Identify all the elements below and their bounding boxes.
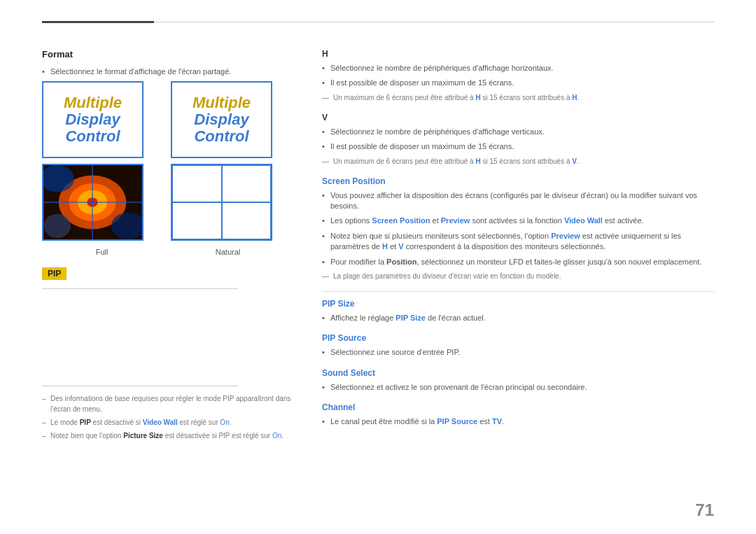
right-column: H Sélectionnez le nombre de périphérique…: [322, 49, 714, 513]
format-card-line1-2: Multiple: [192, 94, 251, 111]
v-bullet-2: Il est possible de disposer un maximum d…: [322, 141, 714, 152]
grid-cell-1: [172, 165, 222, 202]
pip-note-2-text: Le mode PIP est désactivé si Video Wall …: [50, 419, 231, 426]
channel-bullet: Le canal peut être modifié si la PIP Sou…: [322, 416, 714, 427]
sound-select-bullet: Sélectionnez et activez le son provenant…: [322, 382, 714, 393]
format-card-text-1: Multiple Display Control: [64, 94, 122, 146]
pip-size-bullet: Affichez le réglage PIP Size de l'écran …: [322, 313, 714, 323]
pip-source-section: PIP Source Sélectionnez une source d'ent…: [322, 333, 714, 358]
h-heading: H: [322, 49, 714, 59]
format-card-multiple-1: Multiple Display Control: [42, 81, 144, 158]
format-card-natural: [171, 164, 272, 241]
top-line-light: [154, 22, 714, 22]
format-cards-grid: Multiple Display Control Multiple Displa…: [42, 81, 294, 241]
top-decorative-line: [42, 21, 714, 23]
pip-size-heading: PIP Size: [322, 299, 714, 309]
pip-size-section: PIP Size Affichez le réglage PIP Size de…: [322, 299, 714, 323]
label-natural: Natural: [216, 248, 240, 256]
screen-position-section: Screen Position Vous pouvez afficher la …: [322, 176, 714, 281]
h-section: H Sélectionnez le nombre de périphérique…: [322, 49, 714, 103]
pip-note-1-text: Des informations de base requises pour r…: [50, 395, 290, 413]
v-section: V Sélectionnez le nombre de périphérique…: [322, 113, 714, 167]
v-heading: V: [322, 113, 714, 122]
page-container: Format Sélectionnez le format d'affichag…: [0, 0, 756, 534]
pip-note-1: Des informations de base requises pour r…: [42, 393, 294, 414]
sp-bullet-3: Notez bien que si plusieurs moniteurs so…: [322, 231, 714, 253]
page-number: 71: [695, 500, 714, 520]
left-column: Format Sélectionnez le format d'affichag…: [42, 49, 294, 513]
format-bullet: Sélectionnez le format d'affichage de l'…: [42, 66, 294, 77]
main-content: Format Sélectionnez le format d'affichag…: [42, 49, 714, 513]
sound-select-heading: Sound Select: [322, 368, 714, 378]
sp-bullet-1: Vous pouvez afficher la disposition des …: [322, 190, 714, 212]
grid-cell-3: [172, 202, 222, 239]
format-card-text-2: Multiple Display Control: [192, 94, 251, 146]
sp-note: La plage des paramètres du diviseur d'éc…: [322, 272, 714, 281]
h-note: Un maximum de 6 écrans peut être attribu…: [322, 93, 714, 103]
top-line-dark: [42, 21, 154, 23]
format-card-line2-2: Display: [192, 111, 251, 128]
pip-source-bullet: Sélectionnez une source d'entrée PIP.: [322, 347, 714, 358]
pip-note-2: Le mode PIP est désactivé si Video Wall …: [42, 417, 294, 428]
v-bullet-1: Sélectionnez le nombre de périphériques …: [322, 127, 714, 137]
format-card-line3-2: Control: [192, 128, 251, 145]
label-full: Full: [96, 248, 108, 256]
flower-svg: [43, 165, 142, 239]
grid-cell-2: [222, 165, 272, 202]
pip-section: PIP Des informations de base requises po…: [42, 267, 294, 441]
v-note: Un maximum de 6 écrans peut être attribu…: [322, 157, 714, 167]
format-card-line3: Control: [64, 128, 122, 145]
pip-note-3: Notez bien que l'option Picture Size est…: [42, 430, 294, 441]
sp-bullet-2: Les options Screen Position et Preview s…: [322, 216, 714, 226]
format-card-line2: Display: [64, 111, 122, 128]
sound-select-section: Sound Select Sélectionnez et activez le …: [322, 368, 714, 393]
format-card-flower: [42, 164, 144, 241]
svg-point-6: [44, 214, 71, 239]
channel-heading: Channel: [322, 402, 714, 412]
format-card-multiple-2: Multiple Display Control: [171, 81, 272, 158]
pip-notes: Des informations de base requises pour r…: [42, 393, 294, 441]
grid-cell-4: [222, 202, 272, 239]
screen-position-heading: Screen Position: [322, 176, 714, 186]
format-labels: Full Natural: [42, 248, 294, 256]
flower-background: [43, 165, 142, 239]
divider: [322, 291, 714, 292]
pip-note-3-text: Notez bien que l'option Picture Size est…: [50, 432, 284, 440]
sp-bullet-4: Pour modifier la Position, sélectionnez …: [322, 257, 714, 267]
h-bullet-1: Sélectionnez le nombre de périphériques …: [322, 63, 714, 73]
format-title: Format: [42, 49, 294, 59]
pip-badge: PIP: [42, 267, 66, 280]
format-section: Format Sélectionnez le format d'affichag…: [42, 49, 294, 256]
channel-section: Channel Le canal peut être modifié si la…: [322, 402, 714, 427]
pip-source-heading: PIP Source: [322, 333, 714, 343]
format-card-line1: Multiple: [64, 94, 122, 111]
pip-image-area: [42, 288, 238, 386]
h-bullet-2: Il est possible de disposer un maximum d…: [322, 78, 714, 88]
